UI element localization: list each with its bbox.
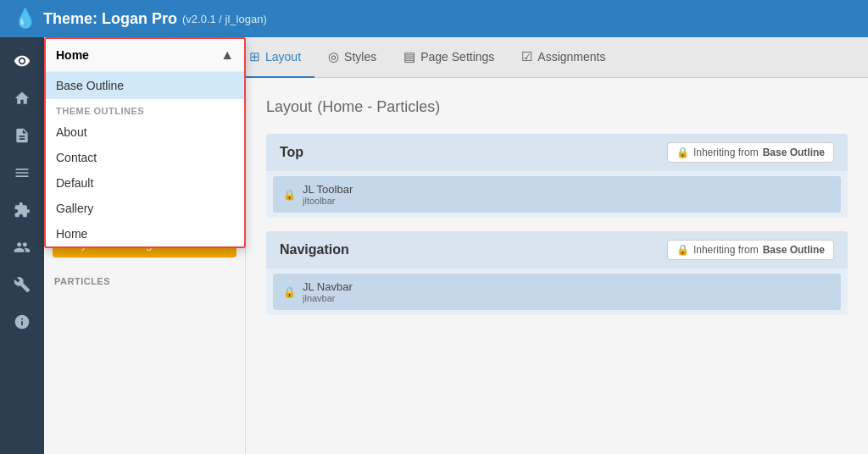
dropdown-section-label: THEME OUTLINES <box>46 99 244 119</box>
app-header: 💧 Theme: Logan Pro (v2.0.1 / jl_logan) <box>0 0 868 37</box>
toolbar-name: JL Toolbar <box>303 183 353 196</box>
dropdown-header: Home ▲ <box>46 39 244 72</box>
page-settings-tab-icon: ▤ <box>403 49 415 64</box>
lock-icon: 🔒 <box>676 147 689 158</box>
navigation-section: Navigation 🔒 Inheriting from Base Outlin… <box>266 231 848 315</box>
tab-assignments[interactable]: ☑ Assignments <box>508 37 619 78</box>
layout-subtitle: (Home - Particles) <box>317 98 440 115</box>
sidebar-item-wrench[interactable] <box>5 268 39 302</box>
toolbar-lock-icon: 🔒 <box>283 189 296 201</box>
navigation-section-header: Navigation 🔒 Inheriting from Base Outlin… <box>266 231 848 269</box>
tab-styles-label: Styles <box>344 50 376 64</box>
nav-lock-icon: 🔒 <box>676 244 689 256</box>
dropdown-item-default[interactable]: Default <box>46 170 244 196</box>
dropdown-item-home[interactable]: Home <box>46 221 244 246</box>
navbar-lock-icon: 🔒 <box>283 286 296 298</box>
outline-dropdown: Home ▲ Base Outline THEME OUTLINES About… <box>44 37 246 248</box>
app-title: Theme: Logan Pro <box>43 10 177 28</box>
top-section: Top 🔒 Inheriting from Base Outline 🔒 JL … <box>266 134 848 218</box>
particles-section-title: Particles <box>44 268 245 290</box>
navigation-section-name: Navigation <box>280 242 349 257</box>
tab-page-settings[interactable]: ▤ Page Settings <box>390 37 508 78</box>
sidebar <box>0 37 44 454</box>
app-icon: 💧 <box>14 8 36 30</box>
tab-page-settings-label: Page Settings <box>420 50 494 64</box>
tab-assignments-label: Assignments <box>537 50 605 64</box>
dropdown-item-about[interactable]: About <box>46 119 244 145</box>
navbar-name: JL Navbar <box>303 280 353 293</box>
jl-navbar-row: 🔒 JL Navbar jlnavbar <box>273 274 841 310</box>
navbar-sub: jlnavbar <box>303 293 353 303</box>
dropdown-active-item[interactable]: Base Outline <box>46 72 244 99</box>
nav-inherit-label: Inheriting from <box>693 244 759 256</box>
dropdown-item-gallery[interactable]: Gallery <box>46 196 244 221</box>
sidebar-item-users[interactable] <box>5 230 39 264</box>
top-inherit-label: Inheriting from <box>693 147 759 158</box>
sidebar-item-puzzle[interactable] <box>5 193 39 227</box>
jl-toolbar-row: 🔒 JL Toolbar jltoolbar <box>273 176 841 213</box>
sidebar-item-list[interactable] <box>5 156 39 190</box>
layout-tab-icon: ⊞ <box>249 49 260 64</box>
tab-layout[interactable]: ⊞ Layout <box>236 37 314 78</box>
layout-area: Layout (Home - Particles) Top 🔒 Inheriti… <box>246 78 868 454</box>
nav-inherit-bold: Base Outline <box>763 244 825 256</box>
dropdown-home-label: Home <box>56 48 89 62</box>
top-inherit-bold: Base Outline <box>763 147 825 158</box>
top-inherit-badge: 🔒 Inheriting from Base Outline <box>667 142 834 163</box>
dropdown-item-contact[interactable]: Contact <box>46 145 244 170</box>
sidebar-item-info[interactable] <box>5 305 39 339</box>
tab-styles[interactable]: ◎ Styles <box>314 37 390 78</box>
toolbar-sub: jltoolbar <box>303 196 353 206</box>
assignments-tab-icon: ☑ <box>521 49 532 64</box>
layout-title: Layout (Home - Particles) <box>266 95 848 117</box>
tab-layout-label: Layout <box>265 50 301 64</box>
top-section-name: Top <box>280 145 303 160</box>
styles-tab-icon: ◎ <box>328 49 339 64</box>
navigation-inherit-badge: 🔒 Inheriting from Base Outline <box>667 240 834 260</box>
sidebar-item-file[interactable] <box>5 119 39 152</box>
dropdown-chevron-up-icon: ▲ <box>220 47 234 63</box>
sidebar-item-eye[interactable] <box>5 44 39 78</box>
app-subtitle: (v2.0.1 / jl_logan) <box>182 13 267 25</box>
top-section-header: Top 🔒 Inheriting from Base Outline <box>266 134 848 171</box>
sidebar-item-home[interactable] <box>5 81 39 115</box>
